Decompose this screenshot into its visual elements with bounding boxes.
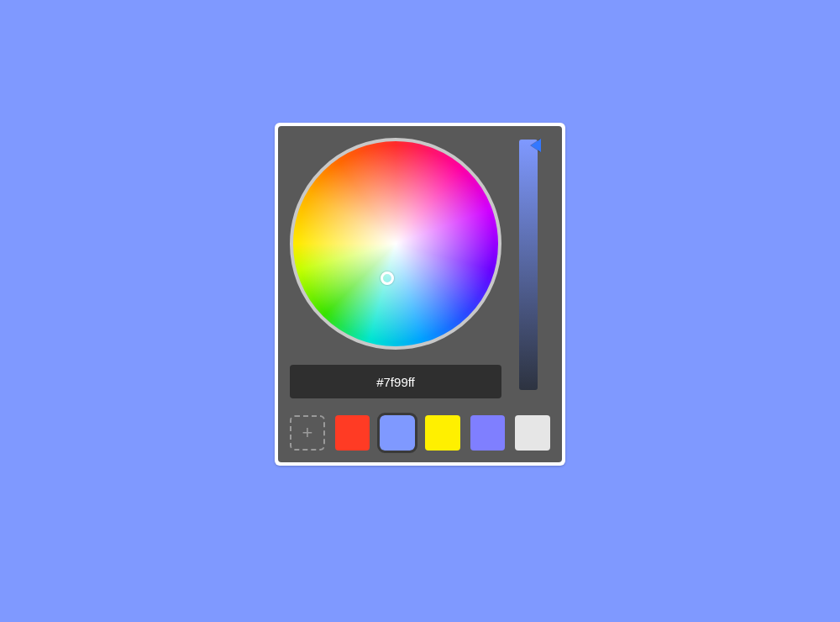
color-wheel-area — [290, 138, 501, 398]
color-picker-panel: + — [275, 123, 565, 466]
swatch-2[interactable] — [425, 415, 460, 451]
brightness-slider[interactable] — [519, 140, 538, 390]
brightness-column — [517, 138, 540, 390]
color-wheel[interactable] — [290, 138, 501, 350]
hex-field — [290, 365, 501, 398]
plus-icon: + — [302, 424, 312, 442]
brightness-thumb-icon[interactable] — [531, 139, 541, 152]
swatch-0[interactable] — [335, 415, 370, 451]
color-wheel-cursor-icon[interactable] — [381, 271, 394, 285]
swatch-4[interactable] — [515, 415, 550, 451]
add-swatch-button[interactable]: + — [290, 415, 325, 451]
picker-top-row — [290, 138, 550, 398]
hex-input[interactable] — [290, 375, 501, 389]
swatch-row: + — [290, 415, 550, 451]
swatch-3[interactable] — [470, 415, 506, 451]
swatch-1[interactable] — [380, 415, 415, 451]
color-picker-inner: + — [278, 126, 562, 462]
